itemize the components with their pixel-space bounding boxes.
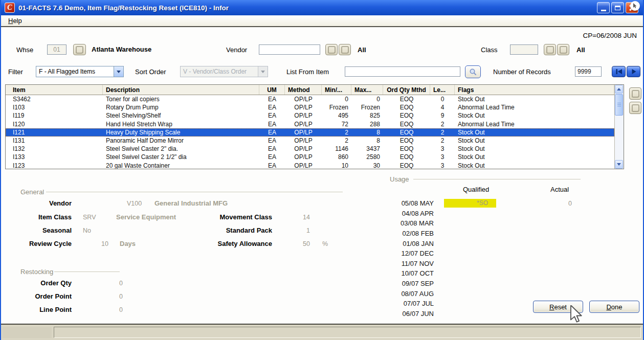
table-cell: Stock Out	[455, 96, 614, 103]
class-lookup-button-2[interactable]	[557, 44, 569, 55]
review-cycle-unit: Days	[120, 240, 136, 247]
table-row[interactable]: I103Rotary Drum PumpEAOP/LPFrozenFrozenE…	[6, 103, 614, 111]
usage-period: 08/07 AUG	[376, 290, 434, 298]
number-of-records-input[interactable]	[575, 66, 602, 77]
minimize-button[interactable]	[597, 2, 610, 13]
table-cell: 0	[322, 96, 351, 103]
table-side-button-1[interactable]	[629, 87, 641, 100]
table-cell: EA	[259, 162, 285, 169]
restocking-section-label: Restocking	[20, 268, 53, 276]
column-header-max[interactable]: Max...	[351, 85, 383, 95]
items-table-header: Item Description UM Method Min/... Max..…	[6, 85, 614, 95]
table-cell: Toner for all copiers	[103, 96, 259, 103]
whse-label: Whse	[16, 46, 33, 54]
scrollbar-thumb[interactable]	[615, 94, 623, 116]
reset-button[interactable]: Reset	[533, 301, 583, 313]
menu-help[interactable]: Help	[5, 16, 25, 25]
table-cell: Panoramic Half Dome Mirror	[103, 137, 259, 144]
column-header-min[interactable]: Min/...	[322, 85, 351, 95]
table-cell: OP/LP	[285, 121, 322, 128]
first-record-button[interactable]	[612, 66, 626, 77]
table-side-button-2[interactable]	[629, 102, 641, 114]
list-from-item-input[interactable]	[345, 66, 460, 77]
vendor-input[interactable]	[259, 44, 320, 55]
movement-class-label: Movement Class	[195, 213, 272, 221]
usage-period: 07/07 JUL	[376, 300, 434, 307]
table-cell: EOQ	[383, 153, 430, 161]
column-header-lead[interactable]: Le...	[430, 85, 455, 95]
class-lookup-button-1[interactable]	[544, 44, 556, 55]
scroll-up-button[interactable]	[615, 85, 623, 94]
usage-actual-value: 0	[515, 200, 574, 207]
usage-qualified-value	[444, 289, 496, 298]
window-title: 01-FACTS 7.6 Demo, Item Flag/Restocking …	[18, 4, 229, 12]
vendor-lookup-button-2[interactable]	[339, 44, 351, 55]
menubar: Help	[1, 15, 643, 27]
table-cell: EA	[259, 112, 285, 119]
usage-period: 09/07 SEP	[376, 280, 434, 287]
table-cell: 9	[430, 112, 455, 119]
usage-period: 05/08 MAY	[376, 199, 434, 207]
table-cell: 3437	[351, 145, 383, 152]
table-row[interactable]: I121Heavy Duty Shipping ScaleEAOP/LP28EO…	[6, 128, 614, 137]
table-cell: 0	[351, 96, 383, 103]
column-header-description[interactable]: Description	[103, 85, 259, 95]
table-cell: I121	[6, 129, 103, 136]
scroll-down-button[interactable]	[615, 160, 623, 169]
table-cell: OP/LP	[285, 145, 322, 152]
usage-row: 01/08 JAN	[376, 238, 574, 248]
table-row[interactable]: I132Steel Swivel Caster 2" dia.EAOP/LP11…	[6, 145, 614, 153]
next-record-button[interactable]	[627, 66, 640, 77]
usage-period: 02/08 FEB	[376, 230, 434, 237]
table-cell: Stock Out	[455, 153, 614, 161]
column-header-method[interactable]: Method	[285, 85, 322, 95]
line-point-value: 0	[98, 306, 123, 313]
table-cell: 3	[430, 145, 455, 152]
order-qty-label: Order Qty	[11, 279, 72, 287]
maximize-button[interactable]	[611, 2, 624, 13]
vertical-scrollbar[interactable]	[614, 85, 624, 169]
usage-period: 10/07 OCT	[376, 269, 434, 277]
lookup-icon	[632, 104, 639, 112]
usage-qualified-value	[444, 239, 496, 248]
review-cycle-value: 10	[78, 240, 108, 247]
class-input[interactable]	[510, 44, 538, 55]
usage-section-line	[413, 179, 581, 179]
statusbar	[1, 324, 643, 340]
column-header-item[interactable]: Item	[6, 85, 103, 95]
table-row[interactable]: S3462Toner for all copiersEAOP/LP00EOQ0S…	[6, 95, 614, 103]
table-cell: OP/LP	[285, 104, 322, 111]
table-cell: EOQ	[383, 96, 430, 103]
usage-row: 05/08 MAY*SO0	[376, 198, 574, 209]
close-button[interactable]	[626, 2, 638, 13]
table-cell: 860	[322, 153, 351, 161]
table-cell: Steel Shelving/Shelf	[103, 112, 259, 119]
table-row[interactable]: I131Panoramic Half Dome MirrorEAOP/LP28E…	[6, 137, 614, 145]
table-row[interactable]: I12320 gal Waste ContainerEAOP/LP1030EOQ…	[6, 162, 614, 169]
table-row[interactable]: I120Hand Held Stretch WrapEAOP/LP72288EO…	[6, 120, 614, 128]
list-from-item-label: List From Item	[286, 68, 329, 76]
items-table: Item Description UM Method Min/... Max..…	[5, 84, 624, 169]
table-row[interactable]: I119Steel Shelving/ShelfEAOP/LP495825EOQ…	[6, 111, 614, 120]
general-section-line	[46, 192, 343, 192]
whse-input[interactable]	[47, 44, 66, 55]
lookup-icon	[76, 46, 83, 54]
vendor-scope-label: All	[358, 46, 366, 54]
column-header-flags[interactable]: Flags	[455, 85, 614, 95]
titlebar: C 01-FACTS 7.6 Demo, Item Flag/Restockin…	[1, 0, 643, 15]
safety-allowance-value: 50	[285, 240, 310, 247]
sort-order-dropdown[interactable]: V - Vendor/Class Order	[180, 66, 268, 77]
table-cell: I123	[6, 162, 103, 169]
usage-qualified-value	[444, 259, 496, 268]
filter-dropdown[interactable]: F - All Flagged Items	[36, 66, 124, 77]
column-header-um[interactable]: UM	[259, 85, 285, 95]
table-cell: OP/LP	[285, 153, 322, 161]
search-icon	[469, 68, 477, 76]
table-row[interactable]: I133Steel Swivel Caster 2 1/2" diaEAOP/L…	[6, 153, 614, 161]
order-qty-value: 0	[98, 280, 123, 287]
done-button[interactable]: Done	[589, 301, 639, 313]
whse-lookup-button[interactable]	[73, 44, 86, 55]
column-header-ord-qty-mthd[interactable]: Ord Qty Mthd	[383, 85, 430, 95]
search-button[interactable]	[465, 65, 481, 78]
vendor-lookup-button-1[interactable]	[325, 44, 338, 55]
